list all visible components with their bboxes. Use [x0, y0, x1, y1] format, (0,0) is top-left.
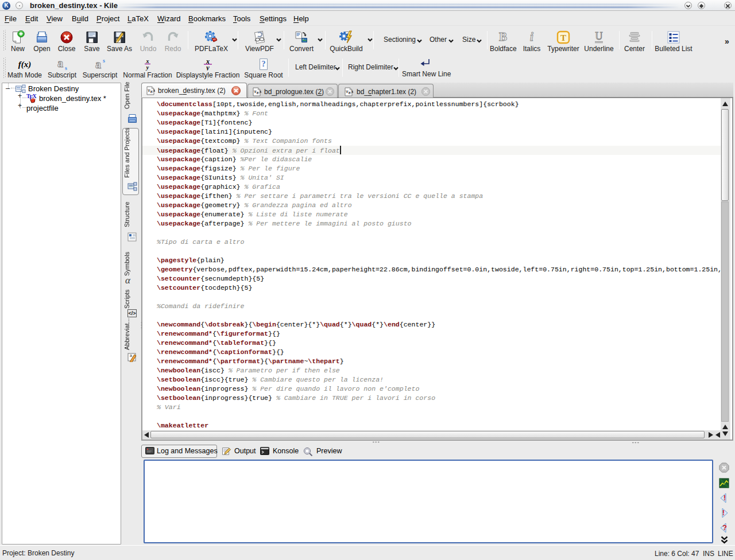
svg-text:y: y: [146, 64, 149, 71]
svg-text:a: a: [57, 58, 63, 69]
svg-text:i: i: [530, 30, 533, 44]
svg-text:!: !: [722, 508, 725, 517]
svg-text:T: T: [560, 33, 566, 42]
svg-text:a: a: [130, 353, 132, 357]
svg-text:?: ?: [262, 60, 266, 68]
svg-text:?: ?: [722, 523, 727, 532]
svg-text:a: a: [95, 58, 101, 71]
svg-text:B: B: [499, 30, 507, 44]
svg-text:s: s: [65, 65, 67, 71]
svg-text:s: s: [103, 58, 105, 64]
svg-text:</>: </>: [128, 310, 136, 316]
svg-text:x: x: [146, 58, 149, 64]
svg-text:y: y: [205, 64, 210, 71]
svg-text:f(x): f(x): [18, 60, 32, 69]
svg-text:!: !: [724, 493, 726, 502]
svg-text:U: U: [595, 30, 603, 42]
